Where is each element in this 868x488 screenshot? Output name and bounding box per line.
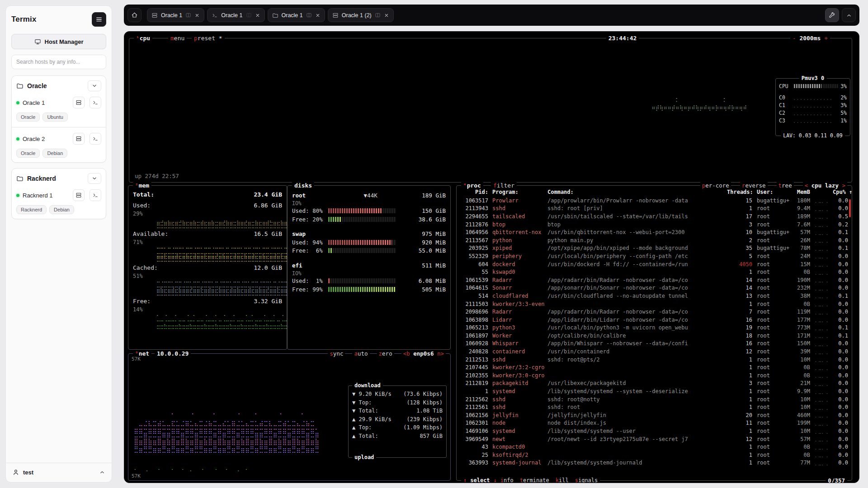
collapse-topbar-button[interactable] (842, 8, 856, 22)
process-row[interactable]: 363993 systemd-journal /lib/systemd/syst… (460, 459, 848, 467)
close-tab-icon[interactable] (194, 13, 200, 18)
mem-free-graph: ⠂⠀⠐⠀⠀⠂⠀⠀⠐⠀⠂⠀⠀⠐⠀⠀⠂⠀⠐⠀⠀⠂⠀⠀⠐⠀⠂⠀⠀⠐⠀⠀⠂⠀⠐⠀⠒⠒⠐⠒… (156, 314, 282, 329)
user-menu[interactable]: test (6, 463, 112, 478)
proc-action[interactable]: info (500, 477, 514, 483)
proc-table-header: Pid: Program: Command: Threads: User: Me… (460, 188, 848, 196)
process-row[interactable]: 2102355 kworker/3:0-cgro 1 root 0B ⡀⣀⡀⢀ … (460, 371, 848, 380)
process-row[interactable]: 2294655 tailscaled /usr/sbin/tailscaled … (460, 212, 848, 221)
preset-button[interactable]: preset * (192, 34, 225, 42)
process-count: 0/357 (826, 477, 847, 483)
process-row[interactable]: 1 systemd /lib/systemd/systemd --system … (460, 387, 848, 395)
process-row[interactable]: 1062301 node node dist/index.js 11 root … (460, 419, 848, 427)
process-row[interactable]: 1064956 qbittorrent-nox /usr/bin/qbittor… (460, 228, 848, 236)
close-tab-icon[interactable] (255, 13, 260, 18)
sidebar-collapse-button[interactable] (92, 12, 106, 27)
open-server-stats-button[interactable] (73, 97, 85, 108)
disk-free-meter (328, 217, 396, 222)
net-stat-row: ▼ Top:(128 Kibps) (352, 399, 443, 407)
tab-server-oracle-1[interactable]: Oracle 1 (147, 8, 204, 22)
process-row[interactable]: 1469106 systemd /lib/systemd/systemd --u… (460, 427, 848, 435)
process-row[interactable]: 552329 periphery /usr/local/bin/peripher… (460, 252, 848, 260)
open-terminal-button[interactable] (90, 189, 101, 201)
net-zero-toggle[interactable]: zero (377, 350, 394, 357)
open-terminal-button[interactable] (90, 97, 101, 108)
username-label: test (23, 469, 95, 476)
process-row[interactable]: 2113943 sshd sshd: root [priv] 1 root 9.… (460, 205, 848, 213)
process-row[interactable]: 203925 xpiped /opt/xpipe/app/bin/xpiped … (460, 244, 848, 253)
disk-root: root▼44K189 GiB IO% Used: 80%150 GiB Fre… (292, 191, 446, 224)
menu-button[interactable]: menu (168, 34, 187, 42)
proc-scrollbar[interactable] (849, 199, 851, 217)
net-sync-toggle[interactable]: sync (328, 350, 345, 357)
proc-action[interactable]: terminate (520, 477, 549, 483)
host-entry: Oracle 2 Oracle Debian (16, 133, 101, 158)
process-row[interactable]: 514 cloudflared /usr/bin/cloudflared --n… (460, 292, 848, 300)
process-row[interactable]: 1061539 Radarr /app/radarr/bin/Radarr -n… (460, 276, 848, 284)
sidebar: Termix Host Manager Oracle (5, 5, 112, 483)
process-row[interactable]: 2112562 sshd sshd: root@notty 1 root 10M… (460, 395, 848, 404)
process-row[interactable]: 2113567 python python main.py 2 root 26M… (460, 236, 848, 244)
net-interface-selector[interactable]: <b enp0s6 n> (401, 350, 446, 357)
close-tab-icon[interactable] (315, 13, 321, 18)
process-row[interactable]: 2111503 kworker/3:3-even 1 root 0B ⡀⣀⡀⢀ … (460, 300, 848, 308)
tab-files-oracle-1[interactable]: Oracle 1 (268, 8, 325, 22)
split-view-icon[interactable] (375, 12, 381, 18)
host-tag: Racknerd (16, 205, 47, 214)
update-interval[interactable]: - 2000ms + (790, 34, 830, 42)
process-row[interactable]: 2107445 kworker/3:2-cgro 1 root 0B ⡀⣀⡀⢀ … (460, 363, 848, 371)
folder-collapse-button[interactable] (88, 80, 101, 91)
home-button[interactable] (127, 8, 142, 22)
process-row[interactable]: 2112876 btop btop 3 root 7.6M ⡀⣀⡀⢀ 0.2 (460, 221, 848, 229)
tab-server-oracle-1-2[interactable]: Oracle 1 (2) (328, 8, 394, 22)
open-server-stats-button[interactable] (73, 133, 85, 145)
terminal-view[interactable]: ¹cpu menu preset * 23:44:42 - 2000ms + ⠀… (124, 31, 859, 483)
process-row[interactable]: 604 dockerd /usr/bin/dockerd -H fd:// --… (460, 260, 848, 268)
process-row[interactable]: 55 kswapd0 1 root 0B ⡀⣀⡀⢀ 0.0 (460, 268, 848, 276)
admin-tools-button[interactable] (825, 8, 839, 22)
process-row[interactable]: 1064615 Sonarr /app/sonarr/bin/Sonarr -n… (460, 284, 848, 292)
disks-panel: disks root▼44K189 GiB IO% Used: 80%150 G… (287, 185, 451, 350)
process-row[interactable]: 25 ksoftirqd/2 1 root 0B ⡀⣀⡀⢀ 0.0 (460, 451, 848, 459)
pmu-core-row: C2 ⡀⡀⡀⡀⡀⡀⡀⡀⡀⡀⡀⡀ 5% (776, 109, 850, 117)
open-server-stats-button[interactable] (73, 189, 85, 201)
process-row[interactable]: 1062156 jellyfin /jellyfin/jellyfin 20 r… (460, 411, 848, 419)
process-row[interactable]: 2112513 sshd sshd: root@pts/2 1 root 10M… (460, 356, 848, 364)
proc-action[interactable]: kill (556, 477, 569, 483)
split-view-icon[interactable] (306, 12, 312, 18)
disk-free-meter (328, 248, 396, 253)
process-row[interactable]: 1063517 Prowlarr /app/prowlarr/bin/Prowl… (460, 197, 848, 205)
sort-by-cpu-header[interactable]: Cpu% ↑ (833, 189, 848, 195)
folder-name: Oracle (27, 82, 84, 89)
chevron-up-icon (846, 12, 852, 19)
disk-io-rate: ▼44K (319, 192, 422, 199)
net-stat-row: ▲ Top:(1.09 Mibps) (352, 423, 443, 432)
host-tag: Oracle (16, 113, 40, 122)
process-row[interactable]: 2112819 packagekitd /usr/libexec/package… (460, 380, 848, 388)
search-input[interactable] (16, 59, 101, 65)
process-row[interactable]: 1063898 Lidarr /app/lidarr/bin/Lidarr -n… (460, 316, 848, 324)
process-row[interactable]: 1060928 Whisparr /app/bin/Whisparr --nob… (460, 340, 848, 348)
folder-collapse-button[interactable] (88, 173, 101, 184)
process-row[interactable]: 43 kcompactd0 1 root 0B ⡀⣀⡀⢀ 0.0 (460, 443, 848, 451)
tab-bar: Oracle 1 Oracle 1 Oracle 1 Oracle 1 (2) (124, 5, 859, 26)
proc-action[interactable]: signals (575, 477, 598, 483)
memory-panel: ²mem Total:23.4 GiB Used:6.86 GiB 29% ⣀⣠… (128, 185, 287, 350)
mem-box-title: ²mem (133, 182, 151, 189)
process-row[interactable]: 3969549 newt /root/newt --id z3rtyep2175… (460, 435, 848, 443)
process-row[interactable]: 240828 containerd /usr/bin/containerd 12… (460, 347, 848, 356)
cpu-graph: ⠀⠀⠀⠀⠀⠀⡂⠀⠀⠀⠀⠀⠀⠀⠀⠀⠀⠀⡂⠀⠀⠀⠀⠀⣀⣠⣄⣀⣀⣠⣀⣄⣀⣀⣠⣄⣀⣠⣀⣀… (651, 96, 747, 114)
disk-free-meter (328, 287, 396, 292)
tab-terminal-oracle-1[interactable]: Oracle 1 (207, 8, 264, 22)
split-view-icon[interactable] (246, 12, 252, 18)
process-row[interactable]: 2112561 sshd sshd: root 1 root 10M ⡀⣀⡀⢀ … (460, 403, 848, 411)
terminal-icon (92, 192, 99, 198)
net-auto-toggle[interactable]: auto (352, 350, 369, 357)
net-stat-row: ▲ Total:857 GiB (352, 432, 443, 441)
process-row[interactable]: 1065213 python3 /usr/local/bin/python3 -… (460, 324, 848, 332)
process-row[interactable]: 2098696 Radarr /app/radarr/bin/Radarr -n… (460, 308, 848, 316)
close-tab-icon[interactable] (384, 13, 389, 18)
split-view-icon[interactable] (185, 12, 191, 18)
process-row[interactable]: 1061897 Worker /opt/calibre/bin/calibre … (460, 332, 848, 340)
host-manager-button[interactable]: Host Manager (11, 34, 106, 49)
open-terminal-button[interactable] (90, 133, 101, 145)
